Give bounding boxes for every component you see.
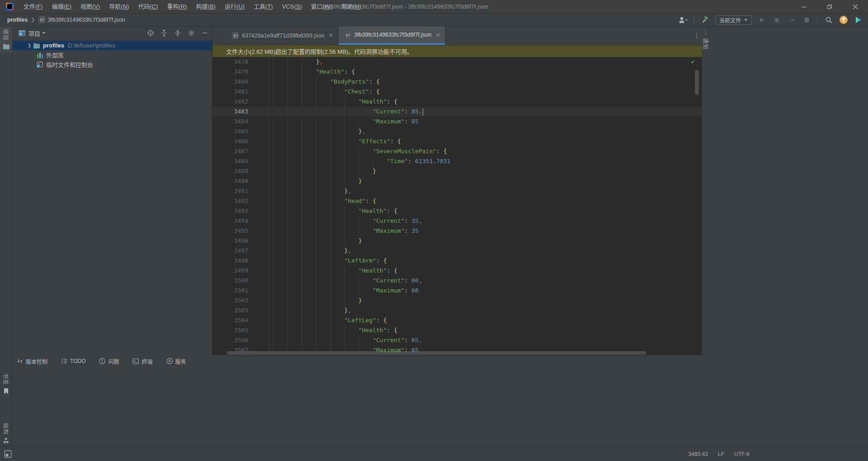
code-line[interactable]: 3481 "Chest": { xyxy=(212,87,702,97)
run-configuration-select[interactable]: 当前文件 xyxy=(715,15,752,25)
menu-r[interactable]: 重构(R) xyxy=(163,0,192,13)
line-number[interactable]: 3480 xyxy=(212,77,269,87)
close-button[interactable] xyxy=(842,0,868,14)
code-line[interactable]: 3490 } xyxy=(212,176,702,186)
code-line[interactable]: 3486 "Effects": { xyxy=(212,136,702,146)
tab-options-icon[interactable]: ⋮ xyxy=(702,28,709,35)
code-line[interactable]: 3507 "Maximum": 65 xyxy=(212,345,702,355)
tree-item-project[interactable]: ❯profilesD:\tkf\user\profiles xyxy=(12,41,212,50)
code-line[interactable]: 3503 }, xyxy=(212,306,702,315)
code-line[interactable]: 3491 }, xyxy=(212,186,702,196)
code-line[interactable]: 3496 } xyxy=(212,236,702,246)
build-hammer-icon[interactable] xyxy=(700,15,710,25)
stop-icon[interactable] xyxy=(802,15,811,25)
profiler-icon[interactable] xyxy=(787,15,797,25)
tab-close-icon[interactable]: ✕ xyxy=(329,32,334,39)
menu-c[interactable]: 代码(C) xyxy=(133,0,162,13)
user-icon[interactable] xyxy=(678,15,688,25)
code-line[interactable]: 3483 "Current": 85, xyxy=(212,107,702,117)
line-number[interactable]: 3495 xyxy=(212,226,269,236)
line-number[interactable]: 3503 xyxy=(212,306,269,315)
code-line[interactable]: 3487 "SevereMusclePain": { xyxy=(212,146,702,156)
plugin-play-icon[interactable] xyxy=(854,15,863,25)
code-line[interactable]: 3501 "Maximum": 60 xyxy=(212,286,702,296)
code-line[interactable]: 3493 "Health": { xyxy=(212,206,702,216)
line-number[interactable]: 3489 xyxy=(212,166,269,176)
line-number[interactable]: 3478 xyxy=(212,57,269,67)
update-icon[interactable] xyxy=(839,15,849,25)
menu-vcss[interactable]: VCS(S) xyxy=(278,0,307,13)
code-line[interactable]: 3494 "Current": 35, xyxy=(212,216,702,226)
code-line[interactable]: 3488 "Time": 61351.7031 xyxy=(212,156,702,166)
menu-t[interactable]: 工具(T) xyxy=(249,0,278,13)
menu-e[interactable]: 编辑(E) xyxy=(47,0,76,13)
hide-icon[interactable] xyxy=(201,29,208,37)
collapse-all-icon[interactable] xyxy=(174,29,181,37)
restore-button[interactable] xyxy=(816,0,842,14)
line-number[interactable]: 3483 xyxy=(212,107,269,117)
settings-gear-icon[interactable] xyxy=(188,29,195,37)
code-line[interactable]: 3498 "LeftArm": { xyxy=(212,256,702,266)
tool-window-button-version-control[interactable]: 版本控制 xyxy=(17,358,47,365)
caret-position-widget[interactable]: 3483:43 xyxy=(689,451,708,457)
line-number[interactable]: 3496 xyxy=(212,236,269,246)
line-number[interactable]: 3501 xyxy=(212,286,269,296)
line-number[interactable]: 3504 xyxy=(212,315,269,325)
stripe-button-bookmarks[interactable]: 书签 xyxy=(0,373,12,395)
line-number[interactable]: 3488 xyxy=(212,156,269,166)
line-number[interactable]: 3502 xyxy=(212,296,269,306)
code-line[interactable]: 3500 "Current": 60, xyxy=(212,276,702,286)
line-number[interactable]: 3505 xyxy=(212,325,269,335)
line-number[interactable]: 3492 xyxy=(212,196,269,206)
code-line[interactable]: 3492 "Head": { xyxy=(212,196,702,206)
line-number[interactable]: 3494 xyxy=(212,216,269,226)
encoding-widget[interactable]: UTF-8 xyxy=(734,451,750,457)
run-icon[interactable] xyxy=(757,15,767,25)
code-line[interactable]: 3502 } xyxy=(212,296,702,306)
chevron-down-icon[interactable] xyxy=(42,32,46,34)
locate-icon[interactable] xyxy=(147,29,154,37)
menu-u[interactable]: 运行(U) xyxy=(220,0,249,13)
breadcrumb-root[interactable]: profiles xyxy=(7,17,28,23)
stripe-button-project[interactable]: 项目 xyxy=(0,26,12,52)
code-line[interactable]: 3478 }, xyxy=(212,57,702,67)
chevron-right-icon[interactable]: ❯ xyxy=(26,42,33,49)
menu-n[interactable]: 导航(N) xyxy=(104,0,133,13)
line-number[interactable]: 3498 xyxy=(212,256,269,266)
code-line[interactable]: 3480 "BodyParts": { xyxy=(212,77,702,87)
code-editor[interactable]: ✔ 3478 },3479 "Health": {3480 "BodyParts… xyxy=(212,57,702,355)
menu-f[interactable]: 文件(F) xyxy=(19,0,47,13)
code-line[interactable]: 3489 } xyxy=(212,166,702,176)
line-number[interactable]: 3497 xyxy=(212,246,269,256)
minimize-button[interactable] xyxy=(791,0,816,14)
stripe-button-structure[interactable]: 结构 xyxy=(0,423,12,443)
code-line[interactable]: 3495 "Maximum": 35 xyxy=(212,226,702,236)
search-icon[interactable] xyxy=(824,15,834,25)
tool-window-button-problems[interactable]: 问题 xyxy=(99,358,119,365)
line-number[interactable]: 3484 xyxy=(212,117,269,127)
line-number[interactable]: 3499 xyxy=(212,266,269,276)
line-number[interactable]: 3486 xyxy=(212,136,269,146)
stripe-button-notifications[interactable]: 通知 xyxy=(702,38,709,50)
code-line[interactable]: 3482 "Health": { xyxy=(212,97,702,107)
menu-b[interactable]: 构建(B) xyxy=(192,0,220,13)
editor-tab[interactable]: {}637429a1e9aff71d39fb6393.json✕ xyxy=(226,26,339,45)
code-line[interactable]: 3504 "LeftLeg": { xyxy=(212,315,702,325)
line-number[interactable]: 3487 xyxy=(212,146,269,156)
tab-list-icon[interactable]: ⋮ xyxy=(693,32,700,40)
code-line[interactable]: 3479 "Health": { xyxy=(212,67,702,77)
tree-item-lib[interactable]: 外部库 xyxy=(12,50,212,60)
editor-tab-active[interactable]: {}3fb39fc3149633fc7f3d8f7f.json✕ xyxy=(339,26,446,45)
line-number[interactable]: 3481 xyxy=(212,87,269,97)
tool-window-button-services[interactable]: 服务 xyxy=(166,358,186,365)
tool-window-button-terminal[interactable]: 终端 xyxy=(132,358,152,365)
line-number[interactable]: 3479 xyxy=(212,67,269,77)
line-number[interactable]: 3491 xyxy=(212,186,269,196)
code-line[interactable]: 3505 "Health": { xyxy=(212,325,702,335)
tool-window-button-todo[interactable]: TODO xyxy=(61,358,85,364)
code-line[interactable]: 3484 "Maximum": 85 xyxy=(212,117,702,127)
line-number[interactable]: 3485 xyxy=(212,127,269,136)
line-number[interactable]: 3490 xyxy=(212,176,269,186)
menu-v[interactable]: 视图(V) xyxy=(76,0,104,13)
code-line[interactable]: 3497 }, xyxy=(212,246,702,256)
